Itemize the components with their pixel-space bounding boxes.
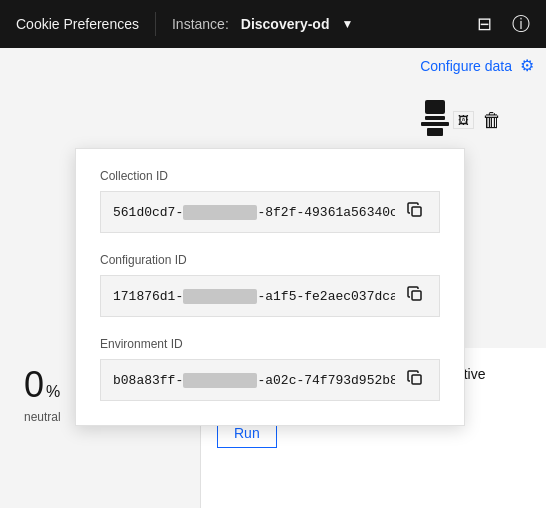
cookie-preferences-label: Cookie Preferences	[16, 16, 139, 32]
collection-id-label: Collection ID	[100, 169, 440, 183]
configuration-id-redacted	[183, 289, 257, 304]
book-icon[interactable]: ⊟	[477, 13, 492, 35]
configure-data-link[interactable]: Configure data	[420, 58, 512, 74]
collection-id-value: 561d0cd7- -8f2f-49361a56340c	[113, 205, 395, 220]
configuration-id-copy-button[interactable]	[403, 284, 427, 308]
configuration-id-value: 171876d1- -a1f5-fe2aec037dca	[113, 289, 395, 304]
popup-card: Collection ID 561d0cd7- -8f2f-49361a5634…	[75, 148, 465, 426]
instance-value: Discovery-od	[241, 16, 330, 32]
svg-rect-3	[427, 128, 443, 136]
stamp-icon[interactable]	[421, 100, 449, 140]
collection-id-group: Collection ID 561d0cd7- -8f2f-49361a5634…	[100, 169, 440, 233]
info-icon[interactable]: ⓘ	[512, 12, 530, 36]
svg-rect-4	[412, 207, 421, 216]
environment-id-redacted	[183, 373, 257, 388]
neutral-value-display: 0%	[24, 364, 61, 406]
neutral-percent: %	[46, 383, 60, 401]
configuration-id-row: 171876d1- -a1f5-fe2aec037dca	[100, 275, 440, 317]
gear-icon[interactable]: ⚙	[520, 56, 534, 75]
svg-rect-5	[412, 291, 421, 300]
neutral-number: 0	[24, 364, 44, 406]
svg-rect-2	[421, 122, 449, 126]
neutral-label: neutral	[24, 410, 61, 424]
top-bar: Configure data ⚙	[0, 48, 546, 83]
collection-id-row: 561d0cd7- -8f2f-49361a56340c	[100, 191, 440, 233]
collection-id-redacted	[183, 205, 257, 220]
instance-label: Instance:	[172, 16, 229, 32]
main-content: Configure data ⚙ 🖼 🗑 Collection ID	[0, 48, 546, 508]
environment-id-group: Environment ID b08a83ff- -a02c-74f793d95…	[100, 337, 440, 401]
environment-id-label: Environment ID	[100, 337, 440, 351]
svg-rect-6	[412, 375, 421, 384]
neutral-stat: 0% neutral	[24, 364, 61, 424]
configuration-id-label: Configuration ID	[100, 253, 440, 267]
collection-id-copy-button[interactable]	[403, 200, 427, 224]
image-icon: 🖼	[458, 114, 469, 126]
image-selector[interactable]: 🖼	[453, 111, 474, 129]
environment-id-row: b08a83ff- -a02c-74f793d952b8	[100, 359, 440, 401]
instance-chevron-icon[interactable]: ▼	[341, 17, 353, 31]
configuration-id-group: Configuration ID 171876d1- -a1f5-fe2aec0…	[100, 253, 440, 317]
svg-rect-1	[425, 116, 445, 120]
delete-icon[interactable]: 🗑	[482, 109, 502, 132]
stamp-icon-container	[421, 100, 449, 140]
svg-rect-0	[425, 100, 445, 114]
header-divider	[155, 12, 156, 36]
app-header: Cookie Preferences Instance: Discovery-o…	[0, 0, 546, 48]
environment-id-copy-button[interactable]	[403, 368, 427, 392]
environment-id-value: b08a83ff- -a02c-74f793d952b8	[113, 373, 395, 388]
